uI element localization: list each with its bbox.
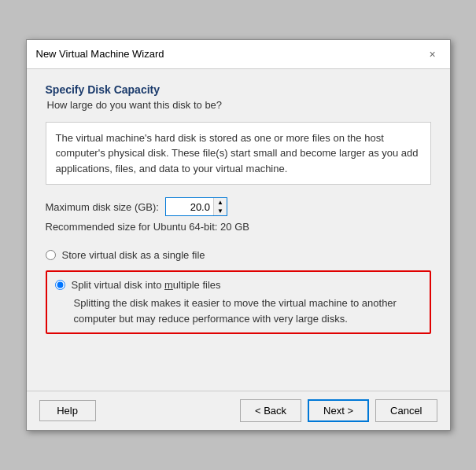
multiple-files-option-box: Split virtual disk into multiple files S…: [46, 270, 431, 334]
spacer: [46, 350, 431, 381]
spinner-buttons: ▲ ▼: [213, 198, 227, 215]
title-bar-left: New Virtual Machine Wizard: [36, 48, 164, 60]
back-button[interactable]: < Back: [240, 399, 301, 422]
title-bar: New Virtual Machine Wizard ×: [27, 40, 450, 69]
spinner-down-button[interactable]: ▼: [214, 207, 227, 215]
multiple-files-label: Split virtual disk into multiple files: [72, 278, 221, 292]
footer: Help < Back Next > Cancel: [27, 391, 450, 430]
multiple-files-description: Splitting the disk makes it easier to mo…: [55, 296, 422, 326]
help-button[interactable]: Help: [39, 400, 96, 421]
dialog-window: New Virtual Machine Wizard × Specify Dis…: [26, 39, 451, 431]
disk-size-row: Maximum disk size (GB): ▲ ▼: [46, 197, 431, 216]
underline-m: m: [164, 279, 173, 291]
multiple-files-radio[interactable]: [55, 280, 65, 290]
radio-group: Store virtual disk as a single file Spli…: [46, 248, 431, 334]
single-file-radio[interactable]: [46, 250, 56, 260]
dialog-title: New Virtual Machine Wizard: [36, 48, 164, 60]
content-area: Specify Disk Capacity How large do you w…: [27, 69, 450, 391]
recommended-size-text: Recommended size for Ubuntu 64-bit: 20 G…: [46, 221, 431, 233]
disk-size-label: Maximum disk size (GB):: [46, 201, 159, 213]
close-button[interactable]: ×: [425, 46, 441, 62]
description-text: The virtual machine's hard disk is store…: [46, 122, 431, 185]
disk-size-input[interactable]: [166, 200, 213, 215]
single-file-option[interactable]: Store virtual disk as a single file: [46, 248, 431, 263]
section-title: Specify Disk Capacity: [46, 83, 431, 96]
footer-right: < Back Next > Cancel: [240, 399, 437, 422]
spinner-up-button[interactable]: ▲: [214, 198, 227, 207]
disk-size-input-wrap: ▲ ▼: [165, 197, 227, 216]
cancel-button[interactable]: Cancel: [375, 399, 437, 422]
multiple-files-option[interactable]: Split virtual disk into multiple files: [55, 278, 422, 292]
next-button[interactable]: Next >: [308, 399, 369, 422]
single-file-label: Store virtual disk as a single file: [62, 248, 205, 263]
section-subtitle: How large do you want this disk to be?: [46, 99, 431, 111]
footer-left: Help: [39, 400, 96, 421]
